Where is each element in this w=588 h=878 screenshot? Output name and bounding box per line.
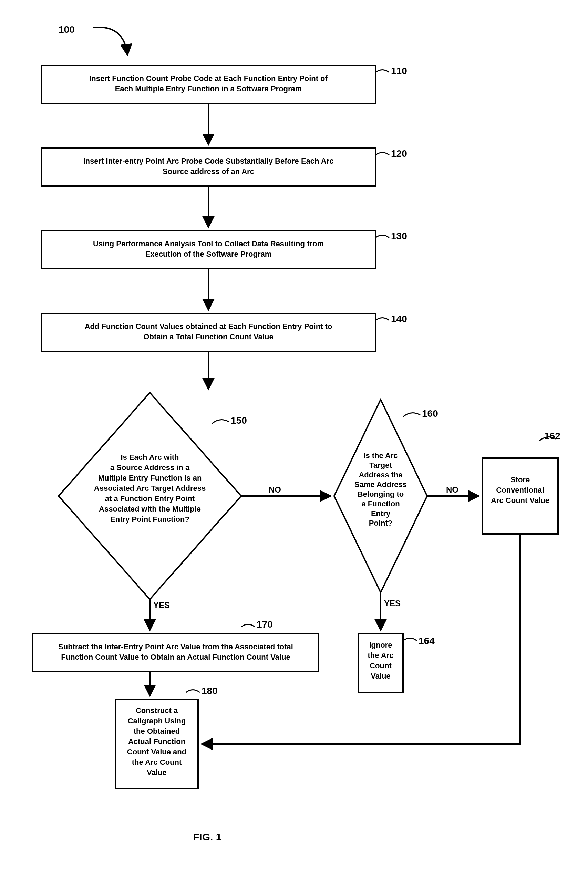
svg-text:the Obtained: the Obtained <box>134 727 180 736</box>
svg-text:120: 120 <box>391 148 407 159</box>
svg-text:Insert Inter-entry Point Arc P: Insert Inter-entry Point Arc Probe Code … <box>83 157 334 165</box>
node-160: Is the Arc Target Address the Same Addre… <box>334 400 438 592</box>
svg-text:Store: Store <box>510 475 530 484</box>
svg-text:180: 180 <box>201 685 218 696</box>
svg-text:110: 110 <box>391 66 407 76</box>
svg-text:Using Performance Analysis Too: Using Performance Analysis Tool to Colle… <box>93 240 324 248</box>
svg-text:the Arc: the Arc <box>368 651 394 659</box>
node-110: Insert Function Count Probe Code at Each… <box>41 66 407 103</box>
svg-text:Function Count Value to Obtain: Function Count Value to Obtain an Actual… <box>61 653 290 661</box>
svg-text:Arc Count Value: Arc Count Value <box>491 496 549 505</box>
svg-text:Associated with the Multiple: Associated with the Multiple <box>99 505 201 513</box>
node-150: Is Each Arc with a Source Address in a M… <box>58 393 247 599</box>
svg-text:Value: Value <box>370 672 390 680</box>
svg-text:Address the: Address the <box>358 470 402 479</box>
node-130: Using Performance Analysis Tool to Colle… <box>41 231 407 269</box>
svg-text:Associated Arc Target Address: Associated Arc Target Address <box>94 484 206 493</box>
node-162: Store Conventional Arc Count Value 162 <box>482 430 561 534</box>
svg-text:162: 162 <box>544 430 561 441</box>
svg-text:170: 170 <box>256 619 273 630</box>
svg-text:Execution of the Software Prog: Execution of the Software Program <box>146 250 272 258</box>
edge-label-yes-2: YES <box>384 599 400 608</box>
start-arrow <box>93 27 128 55</box>
svg-text:Entry: Entry <box>371 509 391 518</box>
svg-text:Entry Point Function?: Entry Point Function? <box>110 515 189 524</box>
svg-text:at a Function Entry Point: at a Function Entry Point <box>105 494 195 503</box>
svg-text:Source address of an Arc: Source address of an Arc <box>163 167 254 176</box>
svg-text:Actual Function: Actual Function <box>128 737 185 746</box>
svg-text:Insert Function Count Probe Co: Insert Function Count Probe Code at Each… <box>89 74 328 83</box>
svg-text:the Arc Count: the Arc Count <box>132 758 182 766</box>
svg-text:Subtract the Inter-Entry Point: Subtract the Inter-Entry Point Arc Value… <box>58 643 293 651</box>
svg-text:150: 150 <box>231 415 247 426</box>
node-164: Ignore the Arc Count Value 164 <box>358 634 435 692</box>
svg-text:Same Address: Same Address <box>354 480 407 489</box>
flowchart-diagram: 100 Insert Function Count Probe Code at … <box>0 0 588 878</box>
svg-text:a Function: a Function <box>362 499 400 508</box>
node-120: Insert Inter-entry Point Arc Probe Code … <box>41 148 407 186</box>
edge-label-yes-1: YES <box>153 600 170 610</box>
svg-text:Multiple Entry Function is an: Multiple Entry Function is an <box>98 473 202 482</box>
svg-text:Add Function Count Values obta: Add Function Count Values obtained at Ea… <box>85 322 332 331</box>
svg-text:Belonging to: Belonging to <box>357 490 404 498</box>
svg-text:140: 140 <box>391 313 407 324</box>
svg-text:Ignore: Ignore <box>369 641 392 649</box>
edge-label-no-2: NO <box>446 485 459 494</box>
node-170: Subtract the Inter-Entry Point Arc Value… <box>33 619 319 672</box>
svg-text:Value: Value <box>147 768 166 777</box>
flow-number-label: 100 <box>58 24 75 35</box>
node-180: Construct a Callgraph Using the Obtained… <box>116 685 218 789</box>
figure-label: FIG. 1 <box>193 831 222 842</box>
svg-text:130: 130 <box>391 231 407 241</box>
svg-text:Callgraph Using: Callgraph Using <box>128 716 186 725</box>
svg-text:Count Value and: Count Value and <box>127 748 186 756</box>
svg-text:164: 164 <box>418 635 435 646</box>
edge-label-no-1: NO <box>268 485 281 494</box>
node-140: Add Function Count Values obtained at Ea… <box>41 313 407 351</box>
svg-text:Point?: Point? <box>369 519 392 527</box>
svg-text:Target: Target <box>369 461 392 469</box>
svg-text:Is Each Arc with: Is Each Arc with <box>120 453 179 461</box>
svg-text:Obtain a Total Function Count : Obtain a Total Function Count Value <box>143 333 273 341</box>
svg-text:Count: Count <box>370 661 392 670</box>
svg-text:Conventional: Conventional <box>496 485 544 494</box>
svg-text:Each Multiple Entry Function i: Each Multiple Entry Function in a Softwa… <box>115 84 302 93</box>
svg-text:a Source Address in a: a Source Address in a <box>110 463 190 472</box>
svg-text:160: 160 <box>422 408 438 419</box>
svg-text:Is the Arc: Is the Arc <box>363 451 398 460</box>
svg-text:Construct a: Construct a <box>136 706 178 715</box>
